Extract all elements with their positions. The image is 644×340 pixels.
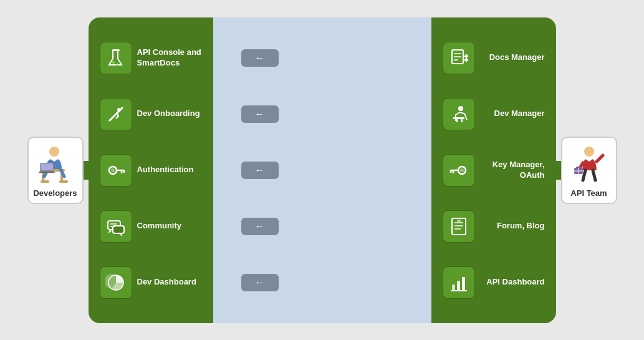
left-row-1: API Console and SmartDocs [95,42,207,74]
svg-rect-42 [41,180,49,183]
person-desk-icon [443,98,475,130]
svg-rect-22 [453,117,464,119]
arrow-4: ← [241,218,279,235]
left-row-4: Community [95,210,207,243]
arrow-2: ← [241,105,279,123]
right-row-5: API Dashboard [438,266,550,299]
svg-point-21 [458,106,463,111]
right-label-3: Key Manager, OAuth [480,160,545,181]
svg-rect-0 [112,49,120,51]
developer-figure [37,144,74,185]
api-team-figure [570,144,608,185]
left-label-5: Dev Dashboard [137,277,202,288]
right-label-1: Docs Manager [480,52,545,63]
svg-rect-36 [457,281,460,291]
right-row-4: Forum, Blog [438,210,550,243]
svg-rect-43 [59,180,68,183]
left-row-5: Dev Dashboard [95,266,207,299]
api-team-label: API Team [570,188,607,198]
svg-point-48 [584,147,594,157]
svg-rect-35 [452,284,455,291]
escalator-icon [100,98,132,130]
svg-line-51 [583,170,585,180]
left-row-2: Dev Onboarding [95,98,207,130]
diagram-container: API Console and SmartDocs Dev Onboarding [26,11,618,329]
svg-point-44 [49,147,59,157]
svg-point-1 [112,61,115,64]
developers-label: Developers [33,188,77,198]
right-label-4: Forum, Blog [480,221,545,231]
right-label-5: API Dashboard [480,277,545,288]
document-icon [443,210,475,243]
svg-point-2 [116,63,118,65]
bar-chart-icon [443,266,475,299]
center-column: ← ← ← ← ← [213,17,307,323]
left-label-3: Authentication [137,165,202,175]
left-label-2: Dev Onboarding [137,109,202,119]
key-icon-right [443,154,475,187]
arrow-5: ← [241,274,279,291]
arrow-1: ← [241,49,279,67]
right-column: Docs Manager Dev Manager [431,17,556,323]
svg-rect-46 [41,163,53,170]
api-team-box: API Team [561,137,617,204]
beaker-icon [100,42,132,74]
chat-icon [100,210,132,243]
svg-point-6 [111,168,115,172]
svg-line-49 [597,155,603,162]
pie-chart-icon [100,266,132,299]
left-label-1: API Console and SmartDocs [137,47,202,69]
right-row-2: Dev Manager [438,98,550,130]
docs-icon [443,42,475,74]
left-row-3: Authentication [95,154,207,187]
svg-point-26 [460,168,464,172]
svg-rect-11 [113,226,124,233]
key-icon-left [100,154,132,187]
arrow-3: ← [241,162,279,179]
svg-line-52 [593,170,595,180]
svg-rect-37 [462,277,465,291]
svg-rect-34 [457,220,461,222]
svg-rect-47 [39,172,55,173]
developers-box: Developers [27,137,84,204]
left-column: API Console and SmartDocs Dev Onboarding [89,17,213,323]
right-row-3: Key Manager, OAuth [438,154,550,187]
left-label-4: Community [137,221,202,231]
right-row-1: Docs Manager [438,42,550,74]
svg-point-4 [117,108,121,112]
right-label-2: Dev Manager [480,109,545,119]
